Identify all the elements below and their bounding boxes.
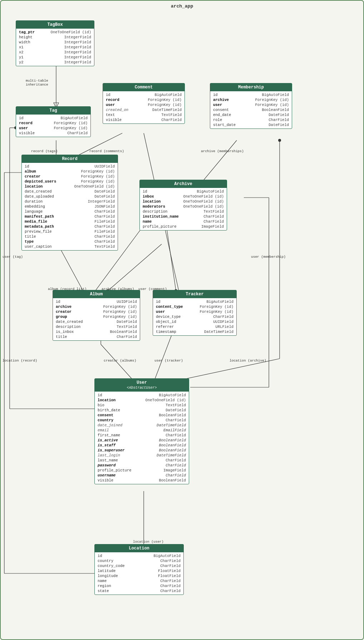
entity-membership: Membership idBigAutoField archiveForeign… xyxy=(210,83,292,129)
entity-album: Album idUUIDField archiveForeignKey (id)… xyxy=(53,290,140,341)
label-user-tracker: user (tracker) xyxy=(154,359,183,363)
entity-tracker-body: idBigAutoField content_typeForeignKey (i… xyxy=(153,298,236,335)
label-user-membership: user (membership) xyxy=(251,255,286,259)
entity-location: Location idBigAutoField countryCharField… xyxy=(94,544,184,595)
svg-line-8 xyxy=(60,248,83,291)
label-location-archive: location (archive) xyxy=(230,359,266,363)
diagram-canvas: arch_app xyxy=(0,0,364,640)
entity-tagbox-body: tag_ptrOneToOneField (id) heightIntegerF… xyxy=(16,29,94,66)
entity-user-header: User<AbstractUser> xyxy=(95,379,189,392)
entity-location-body: idBigAutoField countryCharField country_… xyxy=(95,552,183,595)
entity-album-body: idUUIDField archiveForeignKey (id) creat… xyxy=(53,298,140,340)
entity-user: User<AbstractUser> idBigAutoField locati… xyxy=(94,378,189,484)
entity-tagbox: TagBox tag_ptrOneToOneField (id) heightI… xyxy=(16,20,94,66)
svg-line-10 xyxy=(108,244,162,291)
label-record-tags: record (tags) xyxy=(31,149,58,153)
entity-comment-body: idBigAutoField recordForeignKey (id) use… xyxy=(103,91,185,123)
label-inheritance: multi-tableinheritance xyxy=(26,79,48,87)
entity-comment: Comment idBigAutoField recordForeignKey … xyxy=(103,83,185,124)
label-user-tag: user (tag) xyxy=(3,255,23,259)
svg-point-17 xyxy=(278,139,281,142)
entity-record-header: Record xyxy=(22,155,118,163)
entity-location-header: Location xyxy=(95,544,183,552)
entity-archive: Archive idBigAutoField inboxOneToOneFiel… xyxy=(139,180,227,231)
entity-archive-header: Archive xyxy=(140,180,227,188)
entity-tracker: Tracker idBigAutoField content_typeForei… xyxy=(153,290,237,336)
entity-comment-header: Comment xyxy=(103,83,185,91)
label-creator-albums: creator (albums) xyxy=(104,359,136,363)
entity-tagbox-header: TagBox xyxy=(16,21,94,29)
entity-tag: Tag idBigAutoField recordForeignKey (id)… xyxy=(16,106,91,137)
entity-membership-header: Membership xyxy=(210,83,292,91)
entity-tag-body: idBigAutoField recordForeignKey (id) use… xyxy=(16,115,90,137)
diagram-title: arch_app xyxy=(1,1,363,12)
entity-membership-body: idBigAutoField archiveForeignKey (id) us… xyxy=(210,91,292,129)
label-archive-memberships: archive (memberships) xyxy=(201,149,244,153)
entity-tracker-header: Tracker xyxy=(153,290,236,298)
entity-user-body: idBigAutoField locationOneToOneField (id… xyxy=(95,392,189,484)
label-location-record: location (record) xyxy=(3,359,37,363)
entity-album-header: Album xyxy=(53,290,140,298)
entity-record-body: idUUIDField albumForeignKey (id) creator… xyxy=(22,163,118,250)
label-record-comments: record (comments) xyxy=(89,149,124,153)
entity-archive-body: idBigAutoField inboxOneToOneField (id) l… xyxy=(140,188,227,230)
svg-line-6 xyxy=(201,140,237,183)
label-location-user: location (user) xyxy=(133,540,164,544)
entity-tag-header: Tag xyxy=(16,107,90,115)
entity-record: Record idUUIDField albumForeignKey (id) … xyxy=(21,155,118,251)
